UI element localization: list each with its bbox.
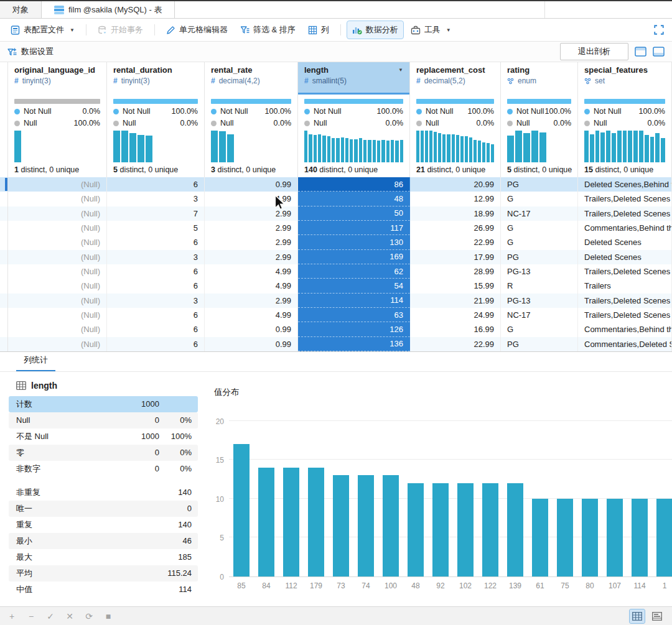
cell[interactable]: 5 — [107, 221, 205, 235]
data-profiling-button[interactable]: 数据分析 — [347, 21, 404, 39]
column-stats-special_features[interactable]: Not Null100.0%Null0.0%15 distinct, 0 uni… — [578, 95, 672, 177]
cell[interactable]: 2.99 — [205, 250, 298, 264]
cell[interactable]: 2.99 — [205, 206, 298, 221]
grid-view-button[interactable] — [630, 609, 645, 623]
chart-bar[interactable] — [532, 499, 548, 576]
stat-row-0[interactable]: 计数1000 — [9, 396, 198, 412]
cell[interactable]: 20.99 — [410, 177, 501, 192]
cell[interactable]: Commentaries,Behind the — [578, 221, 672, 235]
cell[interactable]: PG — [501, 177, 578, 192]
cell[interactable]: 6 — [107, 322, 205, 336]
cell[interactable]: 117 — [298, 221, 410, 235]
stat-row-2[interactable]: 不是 Null1000100% — [9, 428, 198, 445]
chart-bar[interactable] — [632, 499, 648, 576]
cell[interactable]: 0.99 — [205, 322, 298, 336]
cell[interactable]: (Null) — [8, 250, 107, 264]
stat-row-6[interactable]: 中值114 — [9, 581, 198, 598]
stat-row-0[interactable]: 非重复140 — [9, 484, 198, 501]
cell[interactable]: R — [501, 279, 578, 293]
chart-bar[interactable] — [457, 483, 474, 576]
cell[interactable]: 4.99 — [205, 308, 298, 322]
cell[interactable]: 6 — [107, 177, 205, 192]
cell[interactable]: NC-17 — [501, 206, 578, 221]
table-row[interactable]: (Null)60.9913622.99PGCommentaries,Delete… — [0, 337, 672, 351]
row-gutter[interactable] — [0, 250, 8, 264]
table-row[interactable]: (Null)64.995415.99RTrailers — [0, 279, 672, 293]
row-gutter[interactable] — [0, 294, 8, 308]
cell[interactable]: Trailers,Deleted Scenes — [578, 192, 672, 206]
cell[interactable]: 22.99 — [410, 337, 501, 351]
cell[interactable]: 28.99 — [410, 264, 501, 279]
cell[interactable]: (Null) — [8, 279, 107, 293]
cell[interactable]: 0.99 — [205, 337, 298, 351]
column-header-rental_rate[interactable]: rental_rate#decimal(4,2) — [205, 62, 298, 95]
cell[interactable]: 4.99 — [205, 264, 298, 279]
cell[interactable]: (Null) — [8, 192, 107, 206]
exit-profiling-button[interactable]: 退出剖析 — [560, 43, 628, 60]
form-view-button[interactable] — [650, 609, 665, 623]
chart-bar[interactable] — [507, 483, 523, 576]
cell[interactable]: (Null) — [8, 337, 107, 351]
cell[interactable]: 114 — [298, 294, 410, 308]
cell[interactable]: 54 — [298, 279, 410, 293]
row-gutter[interactable] — [0, 192, 8, 206]
chart-bar[interactable] — [582, 499, 598, 576]
column-stats-replacement_cost[interactable]: Not Null100.0%Null0.0%21 distinct, 0 uni… — [410, 95, 501, 177]
cell[interactable]: 86 — [298, 177, 410, 192]
stat-row-4[interactable]: 非数字00% — [9, 461, 198, 477]
cell[interactable]: 24.99 — [410, 308, 501, 322]
cell[interactable]: G — [501, 235, 578, 249]
stat-row-1[interactable]: Null00% — [9, 412, 198, 428]
cell[interactable]: 169 — [298, 250, 410, 264]
cell[interactable]: G — [501, 322, 578, 336]
cell[interactable]: 21.99 — [410, 294, 501, 308]
column-stats-rental_rate[interactable]: Not Null100.0%Null0.0%3 distinct, 0 uniq… — [205, 95, 298, 177]
row-gutter[interactable] — [0, 308, 8, 322]
cell[interactable]: 2.99 — [205, 294, 298, 308]
column-stats-rental_duration[interactable]: Not Null100.0%Null0.0%5 distinct, 0 uniq… — [107, 95, 205, 177]
cell[interactable]: 6 — [107, 235, 205, 249]
stat-row-1[interactable]: 唯一0 — [9, 501, 198, 517]
row-gutter[interactable] — [0, 279, 8, 293]
chart-bar[interactable] — [408, 483, 424, 576]
add-record-icon[interactable]: + — [7, 611, 16, 621]
data-settings-button[interactable]: 数据设置 — [7, 46, 54, 57]
cell[interactable]: Trailers,Deleted Scenes — [578, 206, 672, 221]
cell[interactable]: (Null) — [8, 264, 107, 279]
tab-film-table[interactable]: film @sakila (MySQL) - 表 — [42, 1, 175, 18]
row-gutter[interactable] — [0, 177, 8, 192]
stat-row-3[interactable]: 零00% — [9, 445, 198, 461]
cell[interactable]: 6 — [107, 308, 205, 322]
table-row[interactable]: (Null)64.996324.99NC-17Trailers,Deleted … — [0, 308, 672, 322]
table-profile-button[interactable]: 表配置文件 ▼ — [5, 21, 80, 39]
table-row[interactable]: (Null)34.994812.99GTrailers,Deleted Scen… — [0, 192, 672, 206]
cell[interactable]: 17.99 — [410, 250, 501, 264]
row-gutter[interactable] — [0, 264, 8, 279]
table-row[interactable]: (Null)60.9912616.99GCommentaries,Behind … — [0, 322, 672, 336]
cell[interactable]: Trailers,Deleted Scenes — [578, 308, 672, 322]
stat-row-5[interactable]: 平均115.24 — [9, 565, 198, 581]
cell[interactable]: 12.99 — [410, 192, 501, 206]
cell[interactable]: 2.99 — [205, 221, 298, 235]
chart-bar[interactable] — [308, 468, 324, 576]
cell[interactable]: PG-13 — [501, 294, 578, 308]
table-row[interactable]: (Null)52.9911726.99GCommentaries,Behind … — [0, 221, 672, 235]
table-row[interactable]: (Null)32.9916917.99PGDeleted Scenes — [0, 250, 672, 264]
fullscreen-icon[interactable] — [653, 24, 665, 35]
cell[interactable]: 4.99 — [205, 279, 298, 293]
layout-bottom-panel-button[interactable] — [653, 47, 665, 57]
cell[interactable]: 0.99 — [205, 177, 298, 192]
chart-bar[interactable] — [333, 475, 349, 576]
chart-bar[interactable] — [258, 468, 274, 576]
cell[interactable]: 22.99 — [410, 235, 501, 249]
table-row[interactable]: (Null)72.995018.99NC-17Trailers,Deleted … — [0, 206, 672, 221]
cell[interactable]: PG — [501, 250, 578, 264]
column-header-replacement_cost[interactable]: replacement_cost#decimal(5,2) — [410, 62, 501, 95]
column-dropdown-caret-icon[interactable]: ▼ — [398, 67, 403, 73]
tab-objects[interactable]: 对象 — [0, 1, 42, 18]
column-header-special_features[interactable]: special_featuresset — [578, 62, 672, 95]
cell[interactable]: Deleted Scenes,Behind the — [578, 177, 672, 192]
stat-row-3[interactable]: 最小46 — [9, 533, 198, 549]
cell[interactable]: (Null) — [8, 294, 107, 308]
column-header-length[interactable]: length▼#smallint(5) — [298, 62, 410, 95]
